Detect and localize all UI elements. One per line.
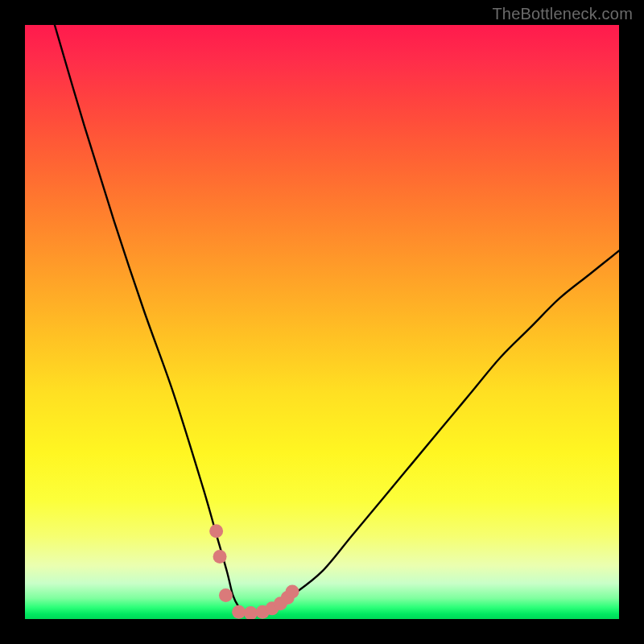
curve-marker xyxy=(209,524,223,538)
curve-marker xyxy=(213,550,227,564)
bottleneck-curve-svg xyxy=(25,25,619,619)
curve-marker xyxy=(219,588,233,602)
curve-marker xyxy=(244,606,258,619)
chart-frame: TheBottleneck.com xyxy=(0,0,644,644)
curve-marker xyxy=(286,585,299,599)
curve-marker xyxy=(232,605,246,619)
bottleneck-curve xyxy=(55,25,619,613)
plot-area xyxy=(25,25,619,619)
curve-markers xyxy=(209,524,299,619)
watermark-text: TheBottleneck.com xyxy=(492,5,633,23)
